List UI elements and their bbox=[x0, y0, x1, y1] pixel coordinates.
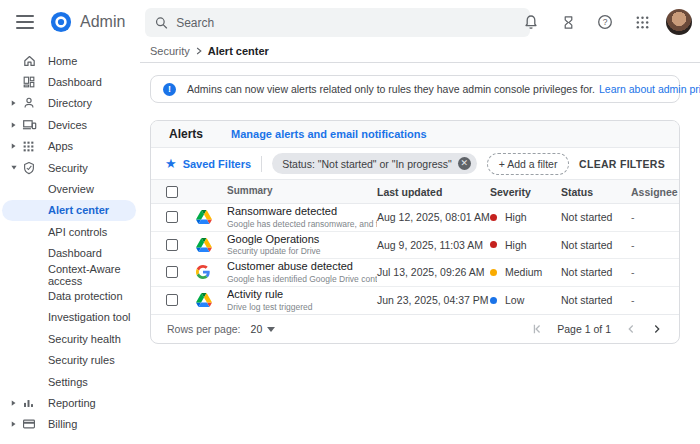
pagination-bar: Rows per page: 20 Page 1 of 1 bbox=[151, 314, 679, 343]
main-content: Security Alert center ! Admins can now v… bbox=[140, 44, 700, 444]
divider bbox=[261, 156, 262, 172]
alert-assignee: - bbox=[631, 211, 679, 223]
severity-label: Medium bbox=[505, 266, 542, 278]
alert-status: Not started bbox=[561, 294, 631, 306]
breadcrumb-security-link[interactable]: Security bbox=[150, 45, 190, 57]
sidebar-item-security-rules[interactable]: Security rules bbox=[0, 349, 140, 370]
tasks-hourglass-icon[interactable] bbox=[555, 9, 581, 35]
home-icon bbox=[22, 53, 48, 68]
rows-per-page-value: 20 bbox=[251, 323, 263, 335]
sidebar-item-dashboard[interactable]: Dashboard bbox=[0, 71, 140, 92]
column-last-updated: Last updated bbox=[377, 186, 490, 198]
alert-updated: Jul 13, 2025, 09:26 AM bbox=[377, 266, 490, 278]
clear-filters-button[interactable]: CLEAR FILTERS bbox=[579, 158, 665, 170]
select-all-checkbox[interactable] bbox=[166, 186, 178, 198]
sidebar-item-label: Security health bbox=[48, 333, 121, 345]
column-summary: Summary bbox=[227, 185, 377, 198]
column-assignee: Assignee bbox=[631, 186, 679, 198]
apps-grid-icon[interactable] bbox=[629, 9, 655, 35]
row-checkbox[interactable] bbox=[166, 211, 178, 223]
help-icon[interactable]: ? bbox=[592, 9, 618, 35]
status-filter-chip[interactable]: Status: "Not started" or "In progress" ✕ bbox=[272, 153, 477, 174]
alert-title: Google Operations bbox=[227, 233, 377, 247]
sidebar-item-devices[interactable]: Devices bbox=[0, 114, 140, 135]
sidebar-item-overview[interactable]: Overview bbox=[0, 178, 140, 199]
expand-down-icon bbox=[10, 164, 22, 171]
rows-per-page-select[interactable]: 20 bbox=[251, 323, 276, 335]
search-input[interactable] bbox=[176, 16, 520, 30]
admin-logo-icon bbox=[50, 11, 72, 33]
sidebar-item-security[interactable]: Security bbox=[0, 157, 140, 178]
expand-right-icon bbox=[10, 142, 22, 150]
sidebar-item-data-protection[interactable]: Data protection bbox=[0, 285, 140, 306]
top-bar: Admin ? bbox=[0, 0, 700, 44]
column-status: Status bbox=[561, 186, 631, 198]
table-row[interactable]: Customer abuse detected Google has ident… bbox=[151, 259, 679, 287]
alert-subtitle: Google has identified Google Drive conte… bbox=[227, 274, 377, 285]
sidebar-item-reporting[interactable]: Reporting bbox=[0, 392, 140, 413]
breadcrumb: Security Alert center bbox=[140, 44, 700, 58]
alert-assignee: - bbox=[631, 266, 679, 278]
google-icon bbox=[196, 265, 227, 279]
alerts-card: Alerts Manage alerts and email notificat… bbox=[150, 120, 680, 344]
severity-dot bbox=[490, 214, 497, 221]
sidebar-item-alert-center[interactable]: Alert center bbox=[2, 200, 136, 221]
manage-alerts-link[interactable]: Manage alerts and email notifications bbox=[231, 128, 427, 140]
sidebar-item-label: Alert center bbox=[48, 204, 109, 216]
credit-card-icon bbox=[22, 417, 48, 431]
sidebar-item-billing[interactable]: Billing bbox=[0, 414, 140, 435]
expand-right-icon bbox=[10, 420, 22, 428]
drive-icon bbox=[196, 238, 227, 252]
info-banner: ! Admins can now view alerts related onl… bbox=[150, 75, 680, 103]
sidebar-item-api-controls[interactable]: API controls bbox=[0, 221, 140, 242]
row-checkbox[interactable] bbox=[166, 266, 178, 278]
search-bar[interactable] bbox=[145, 8, 530, 37]
table-row[interactable]: Ransomware detected Google has detected … bbox=[151, 204, 679, 232]
sidebar-item-label: Reporting bbox=[48, 397, 96, 409]
filter-bar: ★ Saved Filters Status: "Not started" or… bbox=[151, 148, 679, 179]
devices-icon bbox=[22, 117, 48, 132]
row-checkbox[interactable] bbox=[166, 294, 178, 306]
sidebar-item-investigation-tool[interactable]: Investigation tool bbox=[0, 307, 140, 328]
alert-title: Activity rule bbox=[227, 288, 377, 302]
table-row[interactable]: Activity rule Drive log test triggered J… bbox=[151, 287, 679, 315]
shield-icon bbox=[22, 161, 48, 175]
sidebar-item-directory[interactable]: Directory bbox=[0, 93, 140, 114]
table-header: Summary Last updated Severity Status Ass… bbox=[151, 179, 679, 204]
breadcrumb-current-page: Alert center bbox=[208, 45, 269, 57]
severity-dot bbox=[490, 297, 497, 304]
remove-filter-icon[interactable]: ✕ bbox=[458, 157, 471, 170]
expand-right-icon bbox=[10, 121, 22, 129]
bar-chart-icon bbox=[22, 396, 48, 409]
person-icon bbox=[22, 96, 48, 110]
menu-icon[interactable] bbox=[16, 15, 34, 29]
severity-label: Low bbox=[505, 294, 524, 306]
sidebar-item-label: Devices bbox=[48, 119, 87, 131]
user-avatar[interactable] bbox=[666, 9, 692, 35]
sidebar-item-security-dashboard[interactable]: Dashboard bbox=[0, 243, 140, 264]
sidebar-item-settings[interactable]: Settings bbox=[0, 371, 140, 392]
sidebar-item-apps[interactable]: Apps bbox=[0, 136, 140, 157]
rows-per-page-label: Rows per page: bbox=[167, 323, 241, 335]
sidebar-item-security-health[interactable]: Security health bbox=[0, 328, 140, 349]
info-icon: ! bbox=[163, 83, 176, 96]
sidebar-item-label: Data protection bbox=[48, 290, 123, 302]
sidebar-item-context-aware-access[interactable]: Context-Aware access bbox=[0, 264, 140, 285]
severity-dot bbox=[490, 241, 497, 248]
banner-learn-link[interactable]: Learn about admin privileges bbox=[599, 83, 700, 95]
add-filter-button[interactable]: + Add a filter bbox=[487, 153, 570, 175]
next-page-button[interactable] bbox=[651, 323, 663, 335]
alerts-title: Alerts bbox=[169, 127, 203, 141]
sidebar-item-home[interactable]: Home bbox=[0, 50, 140, 71]
row-checkbox[interactable] bbox=[166, 239, 178, 251]
alert-subtitle: Security update for Drive bbox=[227, 246, 377, 257]
alert-status: Not started bbox=[561, 239, 631, 251]
notifications-bell-icon[interactable] bbox=[518, 9, 544, 35]
sidebar-nav: Home Dashboard Directory Devices Apps Se… bbox=[0, 44, 140, 444]
previous-page-button[interactable] bbox=[625, 323, 637, 335]
table-row[interactable]: Google Operations Security update for Dr… bbox=[151, 232, 679, 260]
sidebar-item-label: Home bbox=[48, 55, 77, 67]
saved-filters-button[interactable]: Saved Filters bbox=[183, 158, 251, 170]
first-page-button[interactable] bbox=[531, 323, 543, 335]
banner-text: Admins can now view alerts related only … bbox=[187, 83, 595, 95]
